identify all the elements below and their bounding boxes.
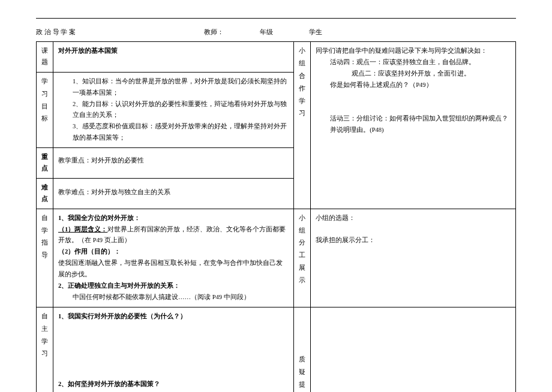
teacher-label: 教师： (204, 28, 224, 37)
zixue-p3: 使我国逐渐融入世界，与世界各国相互取长补短，在竞争与合作中加快自己发展的步伐。 (58, 258, 289, 281)
l: 组 (299, 225, 305, 237)
l: 主 (41, 324, 48, 335)
label-zhiyi: 质 疑 提 问 (294, 307, 311, 392)
l: 组 (299, 58, 305, 70)
r1-line4: 你是如何看待上述观点的？（P49） (316, 80, 511, 91)
doc-title: 政 治 导 学 案 (36, 28, 204, 37)
l: 分 (299, 237, 305, 249)
l: 学 (41, 336, 48, 348)
l: 标 (41, 113, 48, 125)
lesson-table: 课题 对外开放的基本国策 小 组 合 作 学 习 同学们请把自学中的疑难问题记录… (36, 41, 516, 392)
content-zhiyi (311, 307, 516, 392)
r2-line2: 我承担的展示分工： (316, 235, 511, 246)
value-nandian: 教学难点：对外开放与独立自主的关系 (53, 178, 294, 209)
content-fengong: 小组的选题： 我承担的展示分工： (311, 209, 516, 307)
r1-line5: 活动三：分组讨论：如何看待中国加入世贸组织的两种观点？并说明理由。(P48) (316, 113, 511, 136)
mubiao-1: 1、知识目标：当今的世界是开放的世界，对外开放是我们必须长期坚持的一项基本国策； (58, 76, 289, 99)
table-row: 自 学 指 导 1、我国全方位的对外开放： （1）两层含义：对世界上所有国家的开… (37, 209, 516, 307)
label-nandian: 难点 (37, 178, 53, 209)
l: 学 (41, 225, 48, 237)
label-keti: 课题 (37, 42, 53, 73)
grade-label: 年级 (260, 28, 273, 37)
table-row: 课题 对外开放的基本国策 小 组 合 作 学 习 同学们请把自学中的疑难问题记录… (37, 42, 516, 73)
l: 目 (41, 101, 48, 113)
label-fengong: 小 组 分 工 展 示 (294, 209, 311, 307)
l: 小 (299, 213, 305, 224)
header-meta: 教师： 年级 学生 (204, 28, 340, 37)
r1-line3: 观点二：应该坚持对外开放，全面引进。 (316, 68, 511, 80)
content-hezuo: 同学们请把自学中的疑难问题记录下来与同学交流解决如： 活动四：观点一：应该坚持独… (311, 42, 516, 209)
label-zhongdian: 重点 (37, 148, 53, 179)
l: 习 (41, 348, 48, 360)
l: 工 (299, 250, 305, 261)
l: 习 (299, 108, 305, 119)
r2-line1: 小组的选题： (316, 213, 511, 224)
zixue-h1: 1、我国全方位的对外开放： (58, 213, 289, 224)
label-zizhu: 自 主 学 习 (37, 307, 53, 392)
l: 质 (299, 354, 305, 366)
l: 展 (299, 263, 305, 274)
value-zixue: 1、我国全方位的对外开放： （1）两层含义：对世界上所有国家的开放，经济、政治、… (53, 209, 294, 307)
l: 提 (299, 379, 305, 391)
top-rule (36, 18, 516, 19)
label-hezuo: 小 组 合 作 学 习 (294, 42, 311, 209)
zixue-p4: 中国任何时候都不能依靠别人搞建设……（阅读 P49 中间段） (58, 292, 289, 303)
l: 作 (299, 83, 305, 95)
l: 疑 (299, 367, 305, 378)
l: 习 (41, 89, 48, 100)
l: 学 (41, 76, 48, 88)
label-mubiao: 学 习 目 标 (37, 72, 53, 147)
l: 小 (299, 46, 305, 57)
l: 自 (41, 311, 48, 322)
zizhu-q1: 1、我国实行对外开放的必要性（为什么？） (58, 311, 289, 322)
label-zixue: 自 学 指 导 (37, 209, 53, 307)
l: 合 (299, 71, 305, 82)
zixue-p1: （1）两层含义：对世界上所有国家的开放，经济、政治、文化等各个方面都要开放。（在… (58, 224, 289, 247)
value-mubiao: 1、知识目标：当今的世界是开放的世界，对外开放是我们必须长期坚持的一项基本国策；… (53, 72, 294, 147)
value-zhongdian: 教学重点：对外开放的必要性 (53, 148, 294, 179)
l: 自 (41, 213, 48, 224)
l: 指 (41, 237, 48, 249)
keti-text: 对外开放的基本国策 (58, 47, 118, 54)
zixue-p2: （2）作用（目的）： (58, 246, 289, 258)
mubiao-3: 3、感受态度和价值观目标：感受对外开放带来的好处，理解并坚持对外开放的基本国策等… (58, 121, 289, 144)
zixue-p1a: （1）两层含义： (58, 226, 107, 233)
value-keti: 对外开放的基本国策 (53, 42, 294, 73)
student-label: 学生 (309, 28, 322, 37)
r1-line1: 同学们请把自学中的疑难问题记录下来与同学交流解决如： (316, 46, 511, 57)
l: 学 (299, 96, 305, 107)
r1-line2: 活动四：观点一：应该坚持独立自主，自创品牌。 (316, 57, 511, 68)
header-row: 政 治 导 学 案 教师： 年级 学生 (36, 28, 516, 37)
mubiao-2: 2、能力目标：认识对外开放的必要性和重要性，辩证地看待对外开放与独立自主的关系； (58, 99, 289, 122)
l: 示 (299, 275, 305, 287)
value-zizhu: 1、我国实行对外开放的必要性（为什么？） 2、如何坚持对外开放的基本国策？ (53, 307, 294, 392)
l: 导 (41, 250, 48, 261)
zixue-h2: 2、正确处理独立自主与对外开放的关系： (58, 281, 289, 292)
zizhu-q2: 2、如何坚持对外开放的基本国策？ (58, 379, 289, 390)
